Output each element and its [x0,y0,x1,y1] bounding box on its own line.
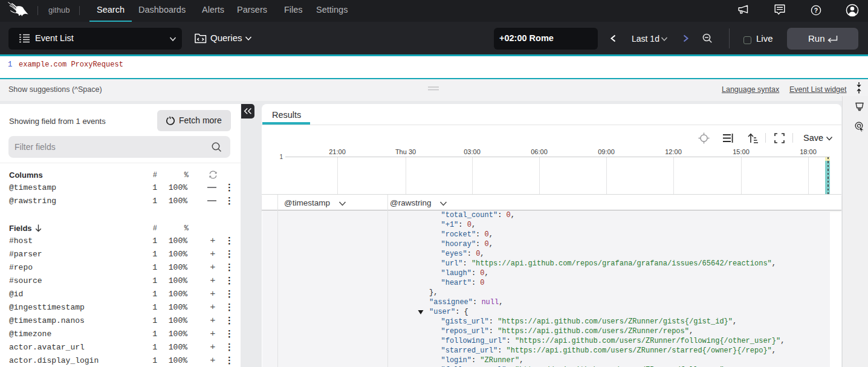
svg-text:?: ? [814,7,818,14]
